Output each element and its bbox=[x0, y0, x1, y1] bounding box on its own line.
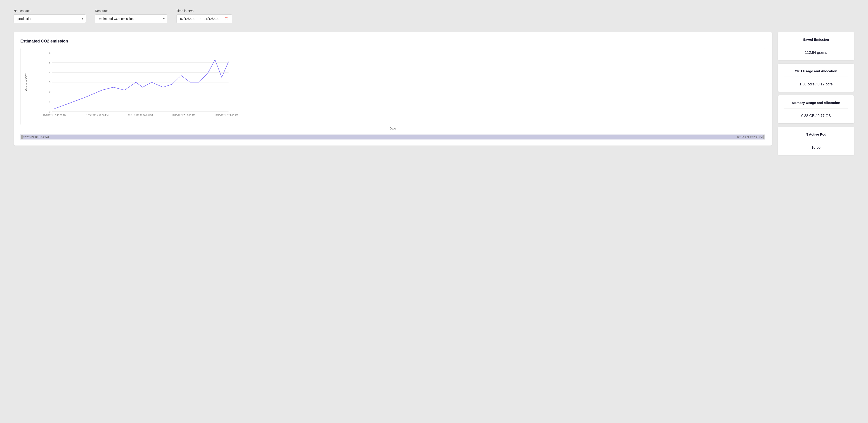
resource-filter-group: Resource Estimated CO2 emission ▾ bbox=[95, 9, 167, 23]
time-interval-label: Time interval bbox=[176, 9, 232, 13]
svg-text:0: 0 bbox=[49, 110, 51, 113]
cpu-usage-title: CPU Usage and Allocation bbox=[784, 69, 848, 73]
svg-text:1: 1 bbox=[49, 101, 51, 103]
x-axis-label: Date bbox=[20, 127, 765, 130]
resource-label: Resource bbox=[95, 9, 167, 13]
divider-4 bbox=[784, 140, 848, 140]
date-start: 07/12/2021 bbox=[180, 17, 196, 21]
svg-text:6: 6 bbox=[49, 52, 51, 54]
range-label-start: 12/7/2021 10:48:00 AM bbox=[23, 136, 49, 138]
range-handle-left[interactable] bbox=[21, 135, 23, 139]
svg-text:12/15/2021 2:24:00 AM: 12/15/2021 2:24:00 AM bbox=[215, 114, 238, 117]
time-interval-filter-group: Time interval 07/12/2021 → 16/12/2021 📅 bbox=[176, 9, 232, 23]
saved-emission-value: 112.84 grams bbox=[784, 51, 848, 55]
svg-text:12/9/2021 4:48:00 PM: 12/9/2021 4:48:00 PM bbox=[86, 114, 108, 117]
range-track: 12/7/2021 10:48:00 AM 12/15/2021 1:12:00… bbox=[21, 135, 765, 139]
memory-usage-title: Memory Usage and Allocation bbox=[784, 101, 848, 105]
svg-text:12/7/2021 10:48:00 AM: 12/7/2021 10:48:00 AM bbox=[43, 114, 66, 117]
side-panels: Saved Emission 112.84 grams CPU Usage an… bbox=[778, 32, 855, 155]
chart-title: Estimated CO2 emission bbox=[20, 39, 765, 43]
namespace-select-wrapper[interactable]: production ▾ bbox=[13, 14, 86, 23]
saved-emission-title: Saved Emission bbox=[784, 37, 848, 41]
chart-panel: Estimated CO2 emission Grams of CO2 .gri… bbox=[13, 32, 772, 145]
chart-container: Grams of CO2 .grid-line { stroke: #e0e0e… bbox=[20, 48, 765, 125]
date-range-input[interactable]: 07/12/2021 → 16/12/2021 📅 bbox=[176, 14, 232, 23]
svg-text:3: 3 bbox=[49, 81, 51, 84]
svg-text:2: 2 bbox=[49, 91, 51, 93]
memory-usage-value: 0.88 GB / 0.77 GB bbox=[784, 114, 848, 118]
cpu-usage-card: CPU Usage and Allocation 1.50 core / 0.1… bbox=[778, 64, 855, 92]
resource-select[interactable]: Estimated CO2 emission bbox=[95, 14, 167, 23]
range-handle-right[interactable] bbox=[763, 135, 765, 139]
namespace-filter-group: Namespace production ▾ bbox=[13, 9, 86, 23]
resource-select-wrapper[interactable]: Estimated CO2 emission ▾ bbox=[95, 14, 167, 23]
range-label-end: 12/15/2021 1:12:00 PM bbox=[737, 136, 763, 138]
cpu-usage-value: 1.50 core / 0.17 core bbox=[784, 82, 848, 86]
y-axis-label: Grams of CO2 bbox=[25, 73, 28, 91]
saved-emission-card: Saved Emission 112.84 grams bbox=[778, 32, 855, 60]
date-arrow-icon: → bbox=[199, 17, 202, 20]
divider-2 bbox=[784, 76, 848, 77]
namespace-select[interactable]: production bbox=[13, 14, 86, 23]
main-content: Estimated CO2 emission Grams of CO2 .gri… bbox=[13, 32, 855, 155]
filters-row: Namespace production ▾ Resource Estimate… bbox=[13, 9, 855, 23]
svg-text:5: 5 bbox=[49, 61, 51, 64]
active-pod-value: 16.00 bbox=[784, 145, 848, 150]
co2-chart-line bbox=[55, 60, 228, 109]
namespace-label: Namespace bbox=[13, 9, 86, 13]
svg-text:4: 4 bbox=[49, 71, 51, 74]
active-pod-title: N Active Pod bbox=[784, 132, 848, 136]
range-slider[interactable]: 12/7/2021 10:48:00 AM 12/15/2021 1:12:00… bbox=[20, 134, 765, 140]
active-pod-card: N Active Pod 16.00 bbox=[778, 127, 855, 155]
svg-text:12/13/2021 7:12:00 AM: 12/13/2021 7:12:00 AM bbox=[172, 114, 195, 117]
calendar-icon[interactable]: 📅 bbox=[224, 17, 228, 21]
svg-text:12/11/2021 12:00:00 PM: 12/11/2021 12:00:00 PM bbox=[128, 114, 153, 117]
chart-svg: .grid-line { stroke: #e0e0e0; stroke-wid… bbox=[43, 51, 765, 119]
date-end: 16/12/2021 bbox=[204, 17, 220, 21]
memory-usage-card: Memory Usage and Allocation 0.88 GB / 0.… bbox=[778, 95, 855, 123]
divider-3 bbox=[784, 108, 848, 108]
